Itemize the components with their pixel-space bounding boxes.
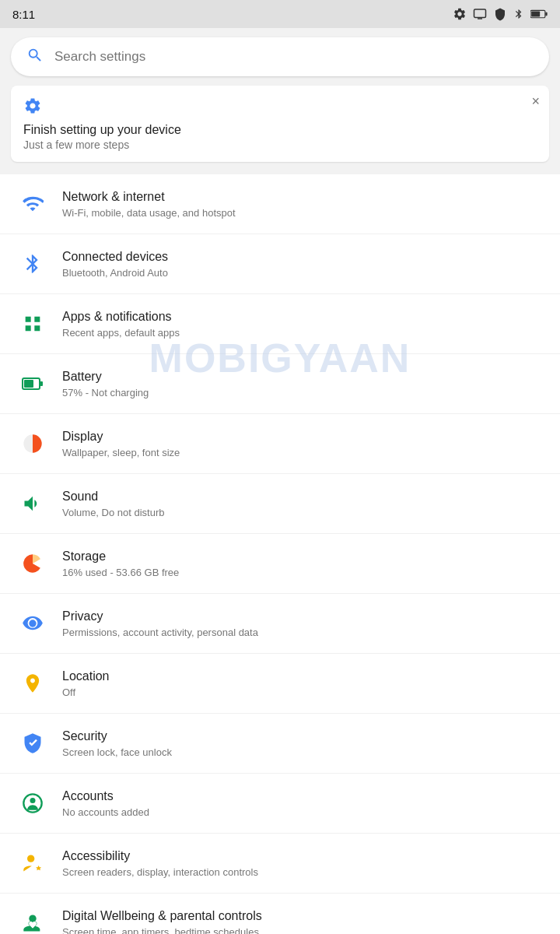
svg-point-11 [30, 798, 36, 803]
grid-icon [16, 307, 50, 341]
pie-icon [16, 546, 50, 581]
settings-item-accessibility[interactable]: Accessibility Screen readers, display, i… [0, 834, 560, 894]
svg-rect-7 [40, 381, 44, 386]
settings-item-battery[interactable]: Battery 57% - Not charging [0, 354, 560, 414]
bluetooth-icon [16, 247, 50, 281]
settings-item-subtitle-display: Wallpaper, sleep, font size [62, 447, 544, 458]
settings-item-subtitle-security: Screen lock, face unlock [62, 746, 544, 758]
settings-item-apps[interactable]: Apps & notifications Recent apps, defaul… [0, 294, 560, 354]
banner-close-button[interactable]: × [531, 93, 540, 110]
search-icon [26, 47, 44, 67]
settings-item-title-security: Security [62, 729, 544, 745]
battery-icon [16, 367, 50, 401]
status-time: 8:11 [12, 8, 35, 21]
banner-title: Finish setting up your device [23, 123, 537, 137]
svg-point-12 [27, 855, 34, 862]
volume-icon [16, 486, 50, 521]
banner-gear-icon [23, 97, 42, 115]
svg-rect-4 [545, 12, 547, 16]
settings-item-connected[interactable]: Connected devices Bluetooth, Android Aut… [0, 234, 560, 294]
svg-rect-6 [24, 380, 33, 388]
settings-item-title-display: Display [62, 429, 544, 445]
settings-item-subtitle-connected: Bluetooth, Android Auto [62, 267, 544, 279]
settings-item-subtitle-accessibility: Screen readers, display, interaction con… [62, 866, 544, 878]
status-icons [453, 7, 548, 21]
settings-item-title-location: Location [62, 669, 544, 685]
settings-item-title-accounts: Accounts [62, 788, 544, 805]
settings-item-subtitle-privacy: Permissions, account activity, personal … [62, 627, 544, 638]
settings-item-security[interactable]: Security Screen lock, face unlock [0, 714, 560, 774]
settings-status-icon [453, 7, 467, 21]
settings-item-title-privacy: Privacy [62, 609, 544, 625]
settings-item-title-wellbeing: Digital Wellbeing & parental controls [62, 908, 544, 925]
settings-item-subtitle-storage: 16% used - 53.66 GB free [62, 567, 544, 578]
settings-item-display[interactable]: Display Wallpaper, sleep, font size [0, 414, 560, 474]
settings-item-storage[interactable]: Storage 16% used - 53.66 GB free [0, 534, 560, 594]
settings-item-subtitle-wellbeing: Screen time, app timers, bedtime schedul… [62, 926, 544, 934]
settings-item-privacy[interactable]: Privacy Permissions, account activity, p… [0, 594, 560, 654]
location-icon [16, 666, 50, 700]
settings-item-subtitle-sound: Volume, Do not disturb [62, 507, 544, 518]
setup-banner[interactable]: × Finish setting up your device Just a f… [11, 86, 549, 162]
settings-item-location[interactable]: Location Off [0, 654, 560, 714]
eye-shield-icon [16, 606, 50, 641]
svg-point-13 [29, 915, 36, 922]
settings-item-title-connected: Connected devices [62, 249, 544, 265]
settings-item-title-accessibility: Accessibility [62, 848, 544, 865]
settings-list: Network & internet Wi-Fi, mobile, data u… [0, 174, 560, 934]
settings-item-title-network: Network & internet [62, 189, 544, 205]
settings-item-subtitle-battery: 57% - Not charging [62, 387, 544, 399]
settings-item-title-battery: Battery [62, 369, 544, 385]
person-circle-icon [16, 786, 50, 820]
settings-item-subtitle-network: Wi-Fi, mobile, data usage, and hotspot [62, 207, 544, 219]
settings-item-wellbeing[interactable]: Digital Wellbeing & parental controls Sc… [0, 894, 560, 934]
circle-half-icon [16, 427, 50, 461]
search-bar[interactable]: Search settings [11, 37, 549, 76]
settings-item-network[interactable]: Network & internet Wi-Fi, mobile, data u… [0, 174, 560, 234]
svg-point-9 [29, 620, 36, 627]
battery-status-icon [530, 9, 548, 19]
shield-status-icon [493, 7, 507, 21]
svg-rect-0 [474, 9, 486, 18]
settings-item-accounts[interactable]: Accounts No accounts added [0, 774, 560, 834]
settings-item-title-storage: Storage [62, 549, 544, 565]
settings-item-sound[interactable]: Sound Volume, Do not disturb [0, 474, 560, 534]
settings-item-subtitle-accounts: No accounts added [62, 806, 544, 818]
status-bar: 8:11 [0, 0, 560, 28]
display-status-icon [473, 7, 487, 21]
settings-item-subtitle-location: Off [62, 686, 544, 698]
shield-bolt-icon [16, 726, 50, 760]
svg-rect-3 [531, 11, 540, 16]
settings-item-subtitle-apps: Recent apps, default apps [62, 327, 544, 339]
settings-item-title-apps: Apps & notifications [62, 309, 544, 325]
bluetooth-status-icon [513, 7, 524, 21]
banner-subtitle: Just a few more steps [23, 139, 537, 151]
person-heart-icon [16, 906, 50, 934]
search-placeholder: Search settings [54, 49, 145, 65]
person-gear-icon [16, 846, 50, 880]
wifi-icon [16, 187, 50, 221]
settings-item-title-sound: Sound [62, 489, 544, 505]
